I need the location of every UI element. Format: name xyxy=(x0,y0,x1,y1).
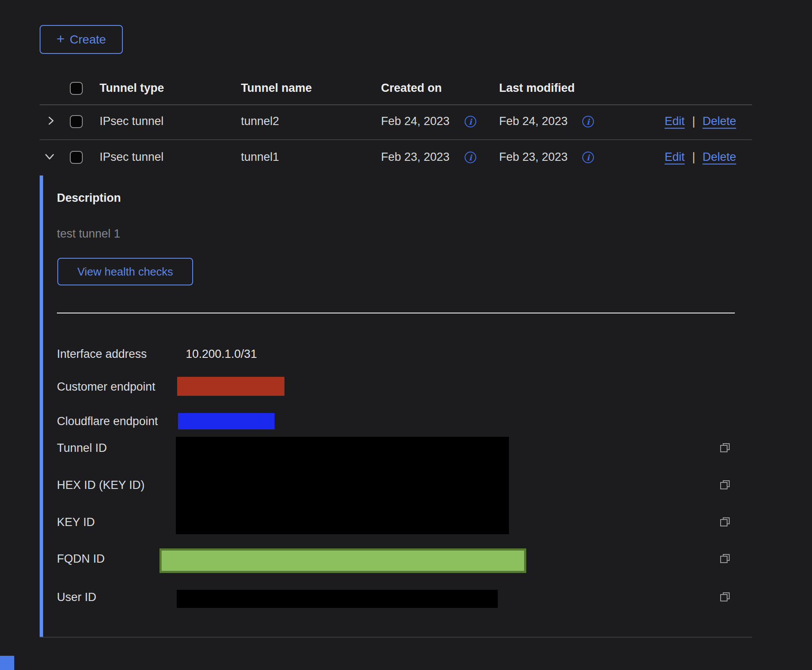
field-label-hex-id: HEX ID (KEY ID) xyxy=(57,479,145,492)
field-label-interface-address: Interface address xyxy=(57,348,147,361)
row-checkbox[interactable] xyxy=(70,151,83,164)
info-icon[interactable]: i xyxy=(582,116,594,128)
plus-icon: + xyxy=(56,32,65,46)
redacted-fqdn-id xyxy=(159,548,526,573)
redacted-id-block xyxy=(176,437,509,534)
info-icon[interactable]: i xyxy=(465,152,476,163)
edit-link[interactable]: Edit xyxy=(665,150,685,164)
row-divider xyxy=(40,139,752,140)
copy-icon[interactable] xyxy=(719,516,731,529)
info-icon[interactable]: i xyxy=(582,152,594,163)
select-all-checkbox[interactable] xyxy=(70,82,83,95)
action-separator: | xyxy=(692,150,695,164)
edit-link[interactable]: Edit xyxy=(665,115,685,128)
tunnel-name-cell: tunnel2 xyxy=(241,115,279,128)
field-label-key-id: KEY ID xyxy=(57,516,95,529)
expand-chevron-icon[interactable] xyxy=(46,116,56,128)
description-value: test tunnel 1 xyxy=(57,227,120,241)
view-health-checks-button[interactable]: View health checks xyxy=(57,258,193,285)
bottom-left-accent xyxy=(0,656,14,670)
col-header-created-on: Created on xyxy=(381,81,442,95)
header-divider xyxy=(40,104,752,105)
section-divider xyxy=(57,313,735,313)
field-label-tunnel-id: Tunnel ID xyxy=(57,441,107,455)
description-label: Description xyxy=(57,191,121,205)
col-header-last-modified: Last modified xyxy=(499,81,575,95)
redacted-cloudflare-endpoint xyxy=(178,413,275,429)
last-modified-cell: Feb 24, 2023 xyxy=(499,115,568,128)
last-modified-cell: Feb 23, 2023 xyxy=(499,150,568,164)
redacted-user-id xyxy=(177,590,498,608)
action-separator: | xyxy=(692,115,695,128)
field-label-customer-endpoint: Customer endpoint xyxy=(57,380,155,394)
copy-icon[interactable] xyxy=(719,552,731,566)
tunnel-name-cell: tunnel1 xyxy=(241,150,279,164)
field-label-cloudflare-endpoint: Cloudflare endpoint xyxy=(57,415,158,428)
expanded-panel-accent-border xyxy=(40,175,43,637)
copy-icon[interactable] xyxy=(719,441,731,455)
tunnels-page: + Create Tunnel type Tunnel name Created… xyxy=(0,0,812,670)
tunnel-type-cell: IPsec tunnel xyxy=(100,150,164,164)
row-checkbox[interactable] xyxy=(70,115,83,128)
delete-link[interactable]: Delete xyxy=(703,115,736,128)
copy-icon[interactable] xyxy=(719,591,731,604)
col-header-tunnel-type: Tunnel type xyxy=(100,81,164,95)
delete-link[interactable]: Delete xyxy=(703,150,736,164)
redacted-customer-endpoint xyxy=(177,377,284,396)
created-on-cell: Feb 23, 2023 xyxy=(381,150,450,164)
collapse-chevron-icon[interactable] xyxy=(44,151,55,164)
interface-address-value: 10.200.1.0/31 xyxy=(186,348,257,361)
created-on-cell: Feb 24, 2023 xyxy=(381,115,450,128)
field-label-fqdn-id: FQDN ID xyxy=(57,552,105,566)
create-button-label: Create xyxy=(70,33,106,47)
tunnel-type-cell: IPsec tunnel xyxy=(100,115,164,128)
copy-icon[interactable] xyxy=(719,479,731,492)
info-icon[interactable]: i xyxy=(465,116,476,128)
panel-bottom-divider xyxy=(40,637,752,638)
create-button[interactable]: + Create xyxy=(40,25,123,54)
col-header-tunnel-name: Tunnel name xyxy=(241,81,312,95)
field-label-user-id: User ID xyxy=(57,591,97,604)
